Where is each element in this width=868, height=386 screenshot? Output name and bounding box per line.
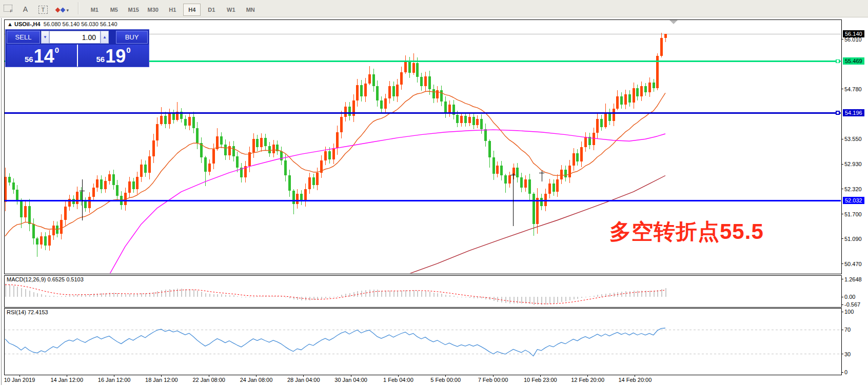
- rsi-tick-label: 0: [844, 369, 847, 375]
- date-tick-label: 30 Jan 04:00: [334, 377, 367, 383]
- price-tick-label: 51.090: [844, 236, 862, 242]
- macd-tick-label: 0.00: [844, 294, 855, 300]
- price-tick-label: 52.930: [844, 161, 862, 167]
- rsi-tick-label: 100: [844, 309, 854, 315]
- date-tick-label: 7 Feb 00:00: [478, 377, 508, 383]
- price-tick-label: 50.470: [844, 261, 862, 267]
- rsi-tick-label: 30: [844, 351, 851, 357]
- mt4-terminal: F A T ▾ M1M5M15M30H1H4D1W1MN ▲ USOil-,H4…: [0, 0, 868, 386]
- sell-price-display[interactable]: 56140: [7, 45, 78, 67]
- rsi-tick-label: 70: [844, 327, 851, 333]
- collapse-arrow-icon[interactable]: ▲: [7, 21, 13, 27]
- volume-increase-button[interactable]: ▲: [101, 31, 109, 44]
- chart-text-annotation: 多空转折点55.5: [609, 217, 764, 246]
- price-line-badge: 52.032: [843, 197, 864, 204]
- rsi-label: RSI(14) 72.4153: [7, 309, 48, 315]
- price-tick-label: 51.700: [844, 211, 862, 217]
- volume-input[interactable]: [49, 31, 101, 44]
- symbol-name: USOil-,H4: [14, 21, 41, 27]
- macd-label: MACD(12,26,9) 0.6525 0.5103: [7, 276, 84, 282]
- date-tick-label: 24 Jan 08:00: [240, 377, 273, 383]
- date-tick-label: 10 Jan 2019: [4, 377, 35, 383]
- price-tick-label: 53.550: [844, 136, 862, 142]
- rsi-pane: [4, 328, 841, 356]
- buy-button[interactable]: BUY: [116, 31, 148, 44]
- date-tick-label: 18 Jan 12:00: [145, 377, 178, 383]
- date-tick-label: 14 Jan 12:00: [50, 377, 83, 383]
- date-tick-label: 1 Feb 04:00: [383, 377, 413, 383]
- sell-button[interactable]: SELL: [7, 31, 40, 44]
- date-tick-label: 28 Jan 04:00: [287, 377, 320, 383]
- macd-tick-label: 1.2648: [844, 276, 862, 282]
- date-tick-label: 10 Feb 23:00: [524, 377, 557, 383]
- date-tick-label: 16 Jan 12:00: [98, 377, 131, 383]
- macd-pane: [5, 283, 666, 304]
- buy-price-display[interactable]: 56190: [78, 45, 149, 67]
- symbol-quote-line: ▲ USOil-,H4 56.080 56.140 56.030 56.140: [7, 21, 117, 27]
- date-tick-label: 14 Feb 20:00: [618, 377, 652, 383]
- date-tick-label: 22 Jan 08:00: [192, 377, 225, 383]
- date-tick-label: 12 Feb 20:00: [571, 377, 604, 383]
- price-line-badge: 56.140: [843, 30, 864, 37]
- one-click-trading-panel: SELL ▼ ▲ BUY 56140 56190: [5, 29, 149, 67]
- price-tick-label: 54.780: [844, 86, 862, 92]
- date-tick-label: 5 Feb 00:00: [430, 377, 461, 383]
- chart-shift-marker-icon[interactable]: [669, 20, 678, 24]
- ohlc-values: 56.080 56.140 56.030 56.140: [44, 21, 117, 27]
- volume-decrease-button[interactable]: ▼: [41, 31, 49, 44]
- price-line-badge: 55.469: [843, 57, 864, 65]
- macd-tick-label: -0.567: [844, 301, 860, 308]
- price-line-badge: 54.196: [843, 109, 864, 116]
- price-tick-label: 52.320: [844, 186, 862, 192]
